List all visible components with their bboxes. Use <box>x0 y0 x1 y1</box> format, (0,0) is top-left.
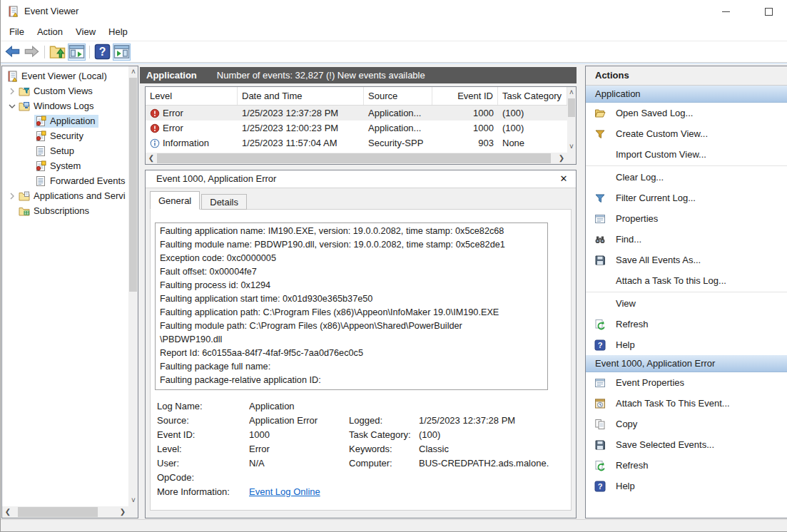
action-label: Open Saved Log... <box>616 108 693 118</box>
events-horizontal-scrollbar[interactable]: ❮ ❯ <box>146 153 567 164</box>
close-icon[interactable]: ✕ <box>557 173 570 185</box>
status-bar <box>0 519 787 532</box>
action-find[interactable]: Find... <box>586 229 787 250</box>
arrow-right-icon <box>24 45 40 58</box>
scroll-down-icon[interactable]: ˅ <box>566 141 577 153</box>
field-value: 1/25/2023 12:37:28 PM <box>419 415 568 426</box>
action-attach-task-to-log[interactable]: Attach a Task To this Log... <box>586 270 787 291</box>
cell-event-id: 1000 <box>432 121 498 135</box>
column-header-source[interactable]: Source <box>364 87 432 105</box>
action-event-properties[interactable]: Event Properties <box>586 372 787 393</box>
scroll-right-icon[interactable]: ❯ <box>556 153 567 164</box>
field-label: Task Category: <box>349 429 419 440</box>
column-header-date-and-time[interactable]: Date and Time <box>238 87 364 105</box>
blank-icon <box>594 172 606 183</box>
cell-task-category: None <box>498 135 567 150</box>
tab-general[interactable]: General <box>150 191 200 210</box>
events-hscroll-thumb[interactable] <box>157 153 551 163</box>
action-filter-current-log[interactable]: Filter Current Log... <box>586 188 787 208</box>
action-open-saved-log[interactable]: Open Saved Log... <box>586 103 787 123</box>
scroll-up-icon[interactable]: ˄ <box>566 87 577 98</box>
tree-item-setup[interactable]: Setup <box>2 143 128 158</box>
tree-item-subscriptions[interactable]: Subscriptions <box>2 203 128 218</box>
tree-item-forwarded-events[interactable]: Forwarded Events <box>2 173 128 188</box>
console-tree-panel: Event Viewer (Local)Custom ViewsWindows … <box>1 66 138 518</box>
action-pane-toggle-button[interactable] <box>113 44 131 61</box>
action-properties[interactable]: Properties <box>586 208 787 229</box>
event-detail-pane: Event 1000, Application Error ✕ GeneralD… <box>145 170 577 518</box>
tree-item-event-viewer-local-[interactable]: Event Viewer (Local) <box>2 68 128 83</box>
tree-vscroll-thumb[interactable] <box>129 78 137 292</box>
events-vertical-scrollbar[interactable]: ˄ ˅ <box>567 87 576 153</box>
console-tree-toggle-button[interactable] <box>68 44 86 61</box>
maximize-button[interactable] <box>758 0 779 23</box>
field-value: 1000 <box>249 429 349 440</box>
tree-item-label: Subscriptions <box>34 205 89 216</box>
action-create-custom-view[interactable]: Create Custom View... <box>586 123 787 144</box>
action-help[interactable]: ?Help <box>586 334 787 355</box>
tree-item-applications-and-servi[interactable]: Applications and Servi <box>2 188 128 203</box>
minimize-button[interactable] <box>715 0 736 23</box>
action-attach-task-to-event[interactable]: Attach Task To This Event... <box>586 393 787 414</box>
action-save-selected-events[interactable]: Save Selected Events... <box>586 434 787 455</box>
scroll-right-icon[interactable]: ❯ <box>117 506 128 518</box>
tree-vertical-scrollbar[interactable]: ˄ ˅ <box>128 66 138 506</box>
refresh-icon <box>594 319 606 330</box>
tree-item-highlight: Forwarded Events <box>34 175 128 188</box>
scroll-left-icon[interactable]: ❮ <box>2 506 14 518</box>
actions-group-header[interactable]: Application <box>586 86 787 103</box>
tree-item-windows-logs[interactable]: Windows Logs <box>2 98 128 113</box>
action-import-custom-view[interactable]: Import Custom View... <box>586 144 787 165</box>
cell-event-id: 903 <box>432 135 498 150</box>
action-label: Import Custom View... <box>616 149 706 160</box>
tree-item-custom-views[interactable]: Custom Views <box>2 83 128 98</box>
action-clear-log[interactable]: Clear Log... <box>586 167 787 188</box>
field-value: Error <box>249 444 349 454</box>
menu-view[interactable]: View <box>69 23 102 41</box>
scroll-up-icon[interactable]: ˄ <box>128 66 138 78</box>
tree-item-application[interactable]: Application <box>2 113 128 128</box>
event-row[interactable]: Information1/25/2023 11:57:04 AMSecurity… <box>146 135 576 150</box>
tab-details[interactable]: Details <box>201 194 247 210</box>
back-button[interactable] <box>4 44 21 61</box>
chevron-right-icon[interactable] <box>6 190 18 202</box>
action-save-all-events-as[interactable]: Save All Events As... <box>586 250 787 270</box>
menu-action[interactable]: Action <box>31 23 69 41</box>
folder-up-button[interactable] <box>49 44 66 61</box>
action-refresh[interactable]: Refresh <box>586 314 787 334</box>
action-label: Clear Log... <box>616 172 664 183</box>
column-header-level[interactable]: Level <box>146 87 238 105</box>
event-log-online-link[interactable]: Event Log Online <box>249 486 320 497</box>
forward-button[interactable] <box>23 44 41 61</box>
column-header-event-id[interactable]: Event ID <box>432 87 498 105</box>
action-copy[interactable]: Copy <box>586 414 787 434</box>
event-row[interactable]: Error1/25/2023 12:00:23 PMApplication...… <box>146 121 576 135</box>
action-refresh-event[interactable]: Refresh <box>586 455 787 476</box>
field-label: Source: <box>157 415 249 426</box>
title-bar: Event Viewer <box>0 0 787 23</box>
menu-help[interactable]: Help <box>102 23 134 41</box>
event-row[interactable]: Error1/25/2023 12:37:28 PMApplication...… <box>146 106 576 121</box>
actions-separator <box>586 165 787 166</box>
scroll-down-icon[interactable]: ˅ <box>128 495 138 506</box>
chevron-right-icon[interactable] <box>6 86 18 97</box>
folder-apps-icon <box>19 190 30 202</box>
tree-item-label: Applications and Servi <box>34 190 126 201</box>
tree-hscroll-thumb[interactable] <box>18 507 98 517</box>
action-help-event[interactable]: ?Help <box>586 476 787 496</box>
scroll-left-icon[interactable]: ❮ <box>146 153 157 164</box>
tree-item-system[interactable]: System <box>2 158 128 173</box>
tree-item-security[interactable]: Security <box>2 128 128 143</box>
actions-panel: Actions ApplicationOpen Saved Log...Crea… <box>585 66 787 518</box>
help-button[interactable]: ? <box>93 44 111 61</box>
column-header-task-category[interactable]: Task Category <box>498 87 567 105</box>
action-label: Attach Task To This Event... <box>616 398 730 409</box>
events-vscroll-thumb[interactable] <box>568 98 575 117</box>
cell-level: Error <box>146 121 238 135</box>
action-view[interactable]: View <box>586 293 787 314</box>
tree-horizontal-scrollbar[interactable]: ❮ ❯ <box>2 506 128 518</box>
chevron-down-icon[interactable] <box>6 101 18 112</box>
actions-group-header[interactable]: Event 1000, Application Error <box>586 355 787 372</box>
menu-file[interactable]: File <box>3 23 31 41</box>
event-description[interactable]: Faulting application name: IM190.EXE, ve… <box>155 222 548 390</box>
